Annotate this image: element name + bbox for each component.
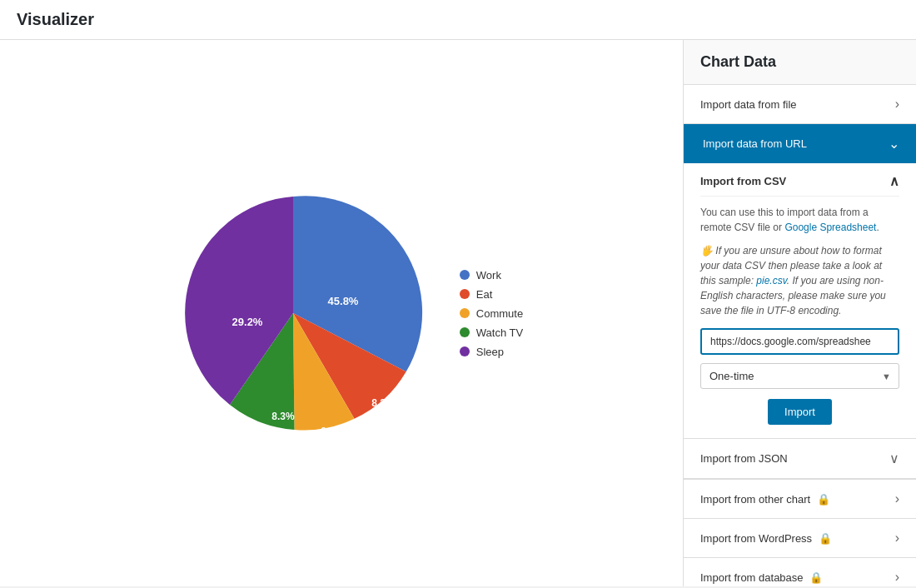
accordion-body-import-url: Import from CSV ∧ You can use this to im…	[684, 163, 916, 438]
schedule-select-wrapper: One-time Hourly Daily Weekly	[700, 363, 899, 389]
accordion-import-json: Import from JSON ∨	[684, 439, 916, 480]
chevron-up-icon: ∧	[889, 173, 899, 189]
accordion-import-other-chart: Import from other chart 🔒 ›	[684, 480, 916, 519]
lock-icon-database: 🔒	[809, 571, 823, 584]
legend-item-sleep: Sleep	[460, 346, 523, 358]
app-header: Visualizer	[0, 0, 916, 40]
accordion-label-import-other-chart: Import from other chart 🔒	[700, 493, 830, 506]
sidebar: Chart Data Import data from file › Impor…	[683, 40, 916, 586]
accordion-label-import-file: Import data from file	[700, 98, 797, 111]
sidebar-header: Chart Data	[684, 40, 916, 85]
chart-area: 45.8% 29.2% 8.3% 8.3% 8.3% Work Eat Co	[0, 40, 683, 586]
legend-dot-commute	[460, 308, 470, 318]
accordion-label-import-url: Import data from URL	[703, 137, 807, 150]
chevron-down-icon: ⌄	[889, 136, 899, 152]
chevron-right-other-chart-icon: ›	[895, 491, 899, 506]
legend-dot-eat	[460, 289, 470, 299]
legend-label-watchtv: Watch TV	[476, 326, 523, 339]
accordion-header-import-file[interactable]: Import data from file ›	[684, 85, 916, 123]
accordion-import-file: Import data from file ›	[684, 85, 916, 124]
label-commute: 8.3%	[321, 426, 344, 437]
pie-csv-link[interactable]: pie.csv	[756, 275, 786, 287]
accordion-import-database: Import from database 🔒 ›	[684, 558, 916, 586]
schedule-select[interactable]: One-time Hourly Daily Weekly	[700, 363, 899, 389]
label-sleep: 29.2%	[231, 316, 262, 328]
legend-item-work: Work	[460, 269, 523, 282]
legend-label-commute: Commute	[476, 307, 523, 320]
chevron-right-wordpress-icon: ›	[895, 531, 899, 546]
accordion-import-wordpress: Import from WordPress 🔒 ›	[684, 519, 916, 558]
google-spreadsheet-link[interactable]: Google Spreadsheet	[784, 222, 876, 233]
accordion-label-import-database: Import from database 🔒	[700, 571, 823, 584]
import-csv-tip: 🖐 If you are unsure about how to format …	[700, 243, 899, 318]
app-title: Visualizer	[17, 10, 94, 28]
chevron-right-icon: ›	[895, 97, 899, 112]
legend-item-commute: Commute	[460, 307, 523, 320]
legend-label-work: Work	[476, 269, 501, 282]
label-watchtv: 8.3%	[271, 411, 295, 422]
accordion-header-import-database[interactable]: Import from database 🔒 ›	[684, 558, 916, 586]
legend-dot-sleep	[460, 346, 470, 356]
pie-chart: 45.8% 29.2% 8.3% 8.3% 8.3%	[160, 180, 426, 446]
chart-legend: Work Eat Commute Watch TV Sleep	[460, 269, 523, 358]
legend-item-watchtv: Watch TV	[460, 326, 523, 339]
accordion-header-import-json[interactable]: Import from JSON ∨	[684, 439, 916, 479]
chevron-right-database-icon: ›	[895, 570, 899, 585]
chevron-down-icon-json: ∨	[889, 451, 899, 466]
legend-dot-watchtv	[460, 327, 470, 337]
chart-container: 45.8% 29.2% 8.3% 8.3% 8.3% Work Eat Co	[160, 180, 523, 446]
accordion-header-import-wordpress[interactable]: Import from WordPress 🔒 ›	[684, 519, 916, 557]
accordion-import-url: Import data from URL ⌄ Import from CSV ∧…	[684, 124, 916, 439]
lock-icon-other-chart: 🔒	[817, 493, 830, 506]
accordion-header-import-url[interactable]: Import data from URL ⌄	[684, 124, 916, 163]
legend-dot-work	[460, 270, 470, 280]
import-csv-label: Import from CSV	[700, 175, 786, 187]
import-button[interactable]: Import	[768, 399, 832, 425]
main-layout: 45.8% 29.2% 8.3% 8.3% 8.3% Work Eat Co	[0, 40, 916, 586]
url-input[interactable]	[700, 328, 899, 355]
import-csv-description: You can use this to import data from a r…	[700, 205, 899, 235]
label-eat: 8.3%	[371, 397, 395, 409]
legend-label-sleep: Sleep	[476, 346, 504, 358]
accordion-label-import-json: Import from JSON	[700, 452, 788, 465]
accordion-label-import-wordpress: Import from WordPress 🔒	[700, 532, 832, 545]
lock-icon-wordpress: 🔒	[819, 532, 832, 545]
legend-label-eat: Eat	[476, 288, 493, 301]
import-csv-subheader[interactable]: Import from CSV ∧	[700, 163, 899, 197]
legend-item-eat: Eat	[460, 288, 523, 301]
label-work: 45.8%	[327, 295, 358, 307]
accordion-header-import-other-chart[interactable]: Import from other chart 🔒 ›	[684, 480, 916, 518]
